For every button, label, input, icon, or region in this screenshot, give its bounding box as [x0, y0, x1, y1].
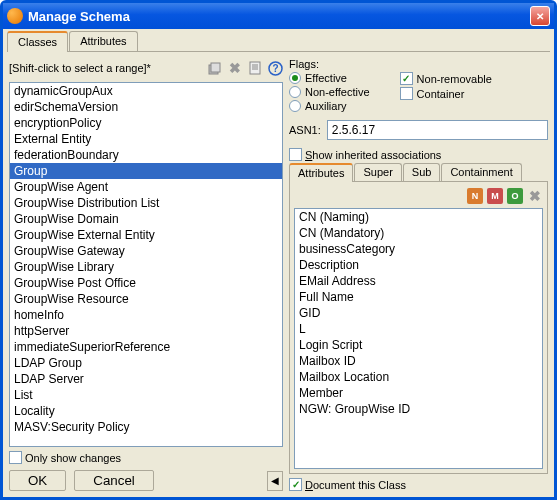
range-hint: [Shift-click to select a range]*: [9, 62, 203, 74]
sub-tabs: AttributesSuperSubContainment: [289, 163, 548, 182]
list-item[interactable]: immediateSuperiorReference: [10, 339, 282, 355]
attr-item[interactable]: CN (Naming): [295, 209, 542, 225]
list-item[interactable]: federationBoundary: [10, 147, 282, 163]
svg-rect-1: [211, 63, 220, 72]
flags-checks: Non-removableContainer: [400, 72, 492, 112]
attr-item[interactable]: Mailbox Location: [295, 369, 542, 385]
flags-label: Flags:: [289, 58, 548, 70]
radio-row-effective: Effective: [289, 72, 370, 84]
tab-classes[interactable]: Classes: [7, 31, 68, 52]
only-show-changes-label: Only show changes: [25, 452, 121, 464]
manage-schema-window: Manage Schema ✕ ClassesAttributes [Shift…: [0, 0, 557, 500]
radio-row-non-effective: Non-effective: [289, 86, 370, 98]
attr-optional-icon[interactable]: O: [507, 188, 523, 204]
list-item[interactable]: GroupWise Domain: [10, 211, 282, 227]
svg-text:?: ?: [272, 63, 278, 74]
help-icon[interactable]: ?: [267, 60, 283, 76]
list-item[interactable]: GroupWise Agent: [10, 179, 282, 195]
window-title: Manage Schema: [28, 9, 530, 24]
radio-effective[interactable]: [289, 72, 301, 84]
radio-auxiliary[interactable]: [289, 100, 301, 112]
attr-item[interactable]: GID: [295, 305, 542, 321]
document-class-checkbox[interactable]: [289, 478, 302, 491]
list-item[interactable]: LDAP Server: [10, 371, 282, 387]
content-area: [Shift-click to select a range]* ✖ ? dyn…: [3, 52, 554, 497]
attributes-panel: N M O ✖ CN (Naming)CN (Mandatory)busines…: [289, 182, 548, 474]
titlebar: Manage Schema ✕: [3, 3, 554, 29]
list-item[interactable]: GroupWise Resource: [10, 291, 282, 307]
attr-item[interactable]: Login Script: [295, 337, 542, 353]
attribute-list[interactable]: CN (Naming)CN (Mandatory)businessCategor…: [294, 208, 543, 469]
list-item[interactable]: httpServer: [10, 323, 282, 339]
right-panel: Flags: EffectiveNon-effectiveAuxiliary N…: [289, 58, 548, 491]
svg-rect-2: [250, 62, 260, 74]
class-list[interactable]: dynamicGroupAuxedirSchemaVersionencrypti…: [9, 82, 283, 447]
attr-item[interactable]: Full Name: [295, 289, 542, 305]
list-item[interactable]: MASV:Security Policy: [10, 419, 282, 435]
attr-mandatory-icon[interactable]: M: [487, 188, 503, 204]
check-row-non-removable: Non-removable: [400, 72, 492, 85]
checkbox-container[interactable]: [400, 87, 413, 100]
attr-delete-icon[interactable]: ✖: [527, 188, 543, 204]
list-item[interactable]: LDAP Group: [10, 355, 282, 371]
attr-item[interactable]: NGW: GroupWise ID: [295, 401, 542, 417]
subtab-super[interactable]: Super: [354, 163, 401, 181]
main-tabs: ClassesAttributes: [7, 31, 550, 52]
list-item[interactable]: dynamicGroupAux: [10, 83, 282, 99]
attr-item[interactable]: CN (Mandatory): [295, 225, 542, 241]
document-class-label: Document this Class: [305, 479, 406, 491]
subtab-attributes[interactable]: Attributes: [289, 163, 353, 182]
radio-non-effective[interactable]: [289, 86, 301, 98]
subtab-containment[interactable]: Containment: [441, 163, 521, 181]
attr-item[interactable]: businessCategory: [295, 241, 542, 257]
asn-row: ASN1:: [289, 120, 548, 140]
check-label: Container: [417, 88, 465, 100]
attr-item[interactable]: L: [295, 321, 542, 337]
only-show-changes-row: Only show changes: [9, 451, 283, 464]
only-show-changes-checkbox[interactable]: [9, 451, 22, 464]
list-item[interactable]: encryptionPolicy: [10, 115, 282, 131]
add-icon[interactable]: [207, 60, 223, 76]
class-toolbar: [Shift-click to select a range]* ✖ ?: [9, 58, 283, 78]
check-label: Non-removable: [417, 73, 492, 85]
attr-item[interactable]: Description: [295, 257, 542, 273]
attr-item[interactable]: Mailbox ID: [295, 353, 542, 369]
app-icon: [7, 8, 23, 24]
subtab-sub[interactable]: Sub: [403, 163, 441, 181]
delete-icon[interactable]: ✖: [227, 60, 243, 76]
list-item[interactable]: GroupWise Library: [10, 259, 282, 275]
left-panel: [Shift-click to select a range]* ✖ ? dyn…: [9, 58, 283, 491]
list-item[interactable]: Locality: [10, 403, 282, 419]
attr-item[interactable]: Member: [295, 385, 542, 401]
notes-icon[interactable]: [247, 60, 263, 76]
list-item[interactable]: homeInfo: [10, 307, 282, 323]
tab-attributes[interactable]: Attributes: [69, 31, 137, 51]
list-item[interactable]: Group: [10, 163, 282, 179]
radio-label: Auxiliary: [305, 100, 347, 112]
close-button[interactable]: ✕: [530, 6, 550, 26]
list-item[interactable]: GroupWise Distribution List: [10, 195, 282, 211]
collapse-button[interactable]: ◀: [267, 471, 283, 491]
attr-item[interactable]: EMail Address: [295, 273, 542, 289]
asn-input[interactable]: [327, 120, 548, 140]
show-inherited-checkbox[interactable]: [289, 148, 302, 161]
ok-button[interactable]: OK: [9, 470, 66, 491]
list-item[interactable]: GroupWise Post Office: [10, 275, 282, 291]
show-inherited-label: Show inherited associations: [305, 149, 441, 161]
attribute-toolbar: N M O ✖: [294, 186, 543, 208]
list-item[interactable]: List: [10, 387, 282, 403]
attr-naming-icon[interactable]: N: [467, 188, 483, 204]
flags-area: Flags: EffectiveNon-effectiveAuxiliary N…: [289, 58, 548, 112]
list-item[interactable]: GroupWise External Entity: [10, 227, 282, 243]
button-row: OK Cancel ◀: [9, 470, 283, 491]
asn-label: ASN1:: [289, 124, 321, 136]
check-row-container: Container: [400, 87, 492, 100]
list-item[interactable]: GroupWise Gateway: [10, 243, 282, 259]
show-inherited-row: Show inherited associations: [289, 148, 548, 161]
radio-label: Non-effective: [305, 86, 370, 98]
flags-radios: EffectiveNon-effectiveAuxiliary: [289, 72, 370, 112]
checkbox-non-removable[interactable]: [400, 72, 413, 85]
cancel-button[interactable]: Cancel: [74, 470, 154, 491]
list-item[interactable]: External Entity: [10, 131, 282, 147]
list-item[interactable]: edirSchemaVersion: [10, 99, 282, 115]
